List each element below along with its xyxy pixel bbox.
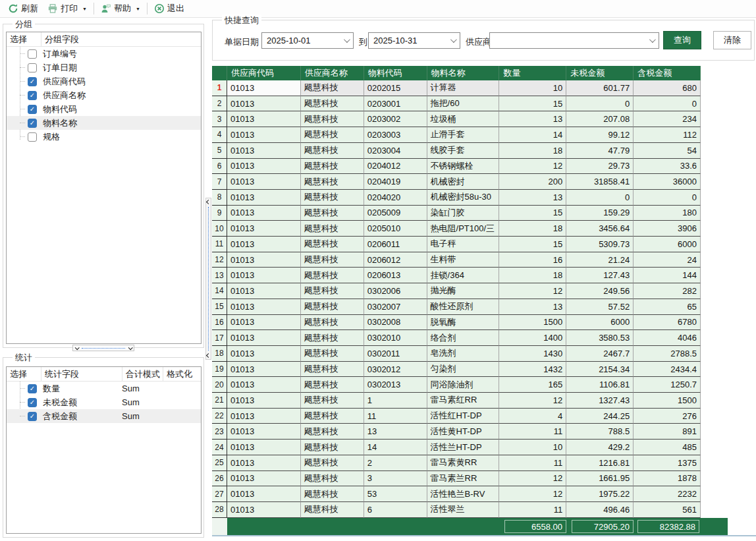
- table-cell[interactable]: 561: [634, 502, 701, 518]
- table-cell[interactable]: 01013: [227, 502, 301, 518]
- table-cell[interactable]: 飓慧科技: [301, 80, 364, 96]
- table-cell[interactable]: 0: [634, 190, 701, 206]
- table-row[interactable]: 2801013飓慧科技6活性翠兰11496.46561: [212, 502, 701, 518]
- table-cell[interactable]: 01013: [227, 424, 301, 440]
- help-dropdown-caret[interactable]: ▼: [136, 7, 140, 11]
- table-cell[interactable]: 891: [634, 424, 701, 440]
- row-number-cell[interactable]: 9: [212, 206, 227, 221]
- grid-header-cell[interactable]: 供应商代码: [227, 66, 301, 80]
- table-cell[interactable]: 112: [634, 127, 701, 143]
- table-cell[interactable]: 01013: [227, 143, 301, 159]
- table-cell[interactable]: 3580.53: [566, 330, 634, 346]
- table-cell[interactable]: 12: [499, 283, 566, 299]
- table-cell[interactable]: 络合剂: [427, 330, 500, 346]
- table-row[interactable]: 1101013飓慧科技0206011电子秤155309.736000: [212, 237, 701, 252]
- table-cell[interactable]: 1878: [634, 471, 701, 487]
- table-cell[interactable]: 飓慧科技: [301, 221, 364, 237]
- table-cell[interactable]: 33.6: [634, 159, 701, 175]
- table-cell[interactable]: 飓慧科技: [301, 486, 364, 502]
- table-row[interactable]: 801013飓慧科技0204020机械密封58u-301300: [212, 190, 701, 206]
- table-cell[interactable]: 飓慧科技: [301, 190, 364, 206]
- table-cell[interactable]: 0302006: [364, 283, 427, 299]
- table-cell[interactable]: 99.12: [566, 127, 634, 143]
- table-cell[interactable]: 601.77: [566, 80, 634, 96]
- table-cell[interactable]: 机械密封58u-30: [427, 190, 500, 206]
- table-cell[interactable]: 54: [634, 143, 701, 159]
- table-cell[interactable]: 飓慧科技: [301, 111, 364, 127]
- table-cell[interactable]: 01013: [227, 409, 301, 424]
- table-cell[interactable]: 680: [634, 80, 701, 96]
- table-cell[interactable]: 飓慧科技: [301, 299, 364, 315]
- table-cell[interactable]: 1400: [499, 330, 566, 346]
- table-cell[interactable]: 207.08: [566, 111, 634, 127]
- table-cell[interactable]: 16: [499, 252, 566, 268]
- vertical-splitter[interactable]: [205, 198, 211, 360]
- table-cell[interactable]: 计算器: [427, 80, 500, 96]
- row-number-cell[interactable]: 13: [212, 268, 227, 283]
- table-cell[interactable]: 0203004: [364, 143, 427, 159]
- table-cell[interactable]: 飓慧科技: [301, 127, 364, 143]
- checkbox[interactable]: ✓: [28, 77, 37, 86]
- row-number-cell[interactable]: 18: [212, 346, 227, 362]
- table-cell[interactable]: 01013: [227, 486, 301, 502]
- table-cell[interactable]: 01013: [227, 206, 301, 221]
- table-cell[interactable]: 匀染剂: [427, 362, 500, 378]
- table-cell[interactable]: 2788.5: [634, 346, 701, 362]
- table-cell[interactable]: 飓慧科技: [301, 377, 364, 393]
- table-row[interactable]: 501013飓慧科技0203004线胶手套1847.7954: [212, 143, 701, 159]
- list-item[interactable]: ✓ 数量 Sum: [7, 382, 201, 395]
- list-item[interactable]: ✓ 未税金额 Sum: [7, 395, 201, 409]
- table-cell[interactable]: 1375: [634, 455, 701, 471]
- table-cell[interactable]: 01013: [227, 190, 301, 206]
- table-cell[interactable]: 2154.34: [566, 362, 634, 378]
- table-cell[interactable]: 飓慧科技: [301, 206, 364, 221]
- table-cell[interactable]: 15: [499, 206, 566, 221]
- table-cell[interactable]: 1106.81: [566, 377, 634, 393]
- table-cell[interactable]: 144: [634, 268, 701, 283]
- table-cell[interactable]: 14: [499, 127, 566, 143]
- table-cell[interactable]: 皂洗剂: [427, 346, 500, 362]
- table-cell[interactable]: 01013: [227, 237, 301, 252]
- table-cell[interactable]: 01013: [227, 330, 301, 346]
- table-row[interactable]: 1901013飓慧科技0302012匀染剂14322154.342434.4: [212, 362, 701, 378]
- table-cell[interactable]: 36000: [634, 174, 701, 190]
- table-row[interactable]: 1301013飓慧科技0206013挂锁/36418127.43144: [212, 268, 701, 283]
- table-cell[interactable]: 244.25: [566, 409, 634, 424]
- table-row[interactable]: 601013飓慧科技0204012不锈钢螺栓1229.7333.6: [212, 159, 701, 175]
- table-cell[interactable]: 13: [364, 424, 427, 440]
- table-cell[interactable]: 飓慧科技: [301, 268, 364, 283]
- table-cell[interactable]: 飓慧科技: [301, 393, 364, 409]
- list-item[interactable]: ✓ 物料名称: [7, 116, 201, 130]
- table-cell[interactable]: 788.5: [566, 424, 634, 440]
- table-cell[interactable]: 飓慧科技: [301, 237, 364, 252]
- table-cell[interactable]: 飓慧科技: [301, 440, 364, 455]
- table-cell[interactable]: 3906: [634, 221, 701, 237]
- table-cell[interactable]: 活性翠兰: [427, 502, 500, 518]
- table-cell[interactable]: 飓慧科技: [301, 409, 364, 424]
- list-item[interactable]: 规格: [7, 130, 201, 144]
- checkbox[interactable]: ✓: [28, 398, 37, 407]
- table-cell[interactable]: 4046: [634, 330, 701, 346]
- table-cell[interactable]: 14: [364, 440, 427, 455]
- table-cell[interactable]: 13: [499, 190, 566, 206]
- table-cell[interactable]: 01013: [227, 315, 301, 331]
- table-row[interactable]: 2201013飓慧科技11活性红HT-DP4244.25276: [212, 409, 701, 424]
- table-cell[interactable]: 127.43: [566, 268, 634, 283]
- list-item[interactable]: ✓ 物料代码: [7, 102, 201, 116]
- print-button[interactable]: 打印 ▼: [43, 1, 92, 16]
- table-cell[interactable]: 1432: [499, 362, 566, 378]
- table-cell[interactable]: 挂锁/364: [427, 268, 500, 283]
- table-cell[interactable]: 5309.73: [566, 237, 634, 252]
- table-cell[interactable]: 01013: [227, 221, 301, 237]
- table-cell[interactable]: 18: [499, 143, 566, 159]
- table-cell[interactable]: 0203002: [364, 111, 427, 127]
- table-cell[interactable]: 53: [364, 486, 427, 502]
- row-number-cell[interactable]: 17: [212, 330, 227, 346]
- table-cell[interactable]: 飓慧科技: [301, 174, 364, 190]
- row-number-cell[interactable]: 5: [212, 143, 227, 159]
- table-cell[interactable]: 10: [499, 80, 566, 96]
- table-cell[interactable]: 抛光酶: [427, 283, 500, 299]
- table-cell[interactable]: 1250.7: [634, 377, 701, 393]
- table-cell[interactable]: 0: [566, 96, 634, 112]
- table-cell[interactable]: 6000: [566, 315, 634, 331]
